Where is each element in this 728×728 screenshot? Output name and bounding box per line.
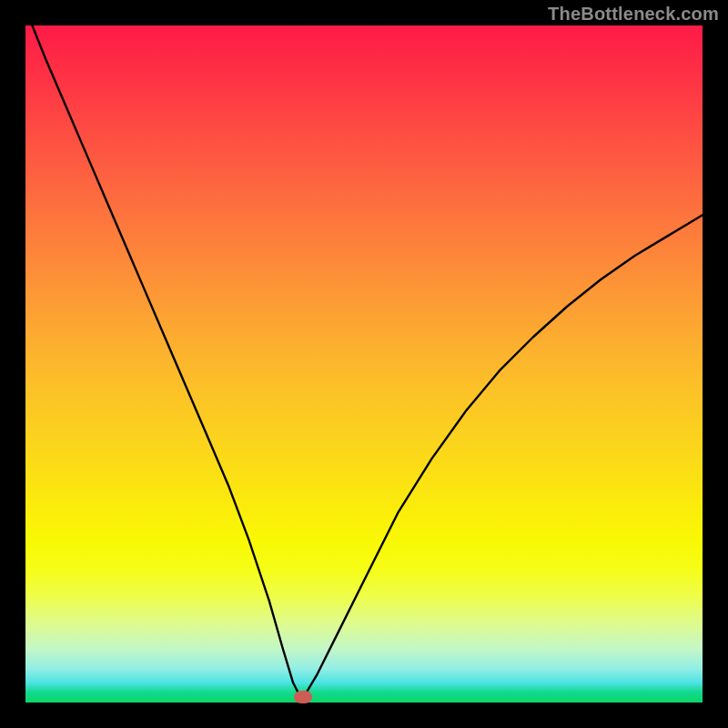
watermark-text: TheBottleneck.com [548, 4, 719, 25]
chart-frame: TheBottleneck.com [0, 0, 728, 728]
bottleneck-curve [25, 25, 703, 703]
chart-plot-area [25, 25, 703, 703]
optimum-marker [294, 691, 312, 703]
